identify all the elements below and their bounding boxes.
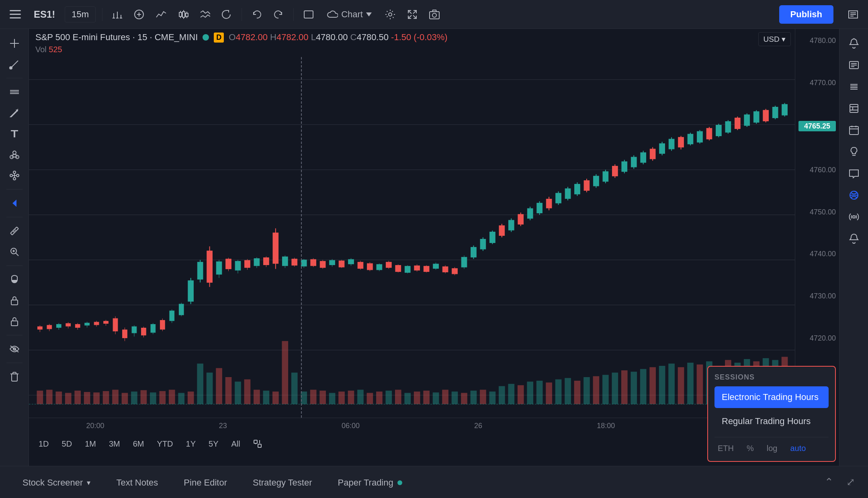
svg-rect-295 bbox=[584, 181, 590, 191]
horizontal-line-button[interactable] bbox=[5, 82, 24, 102]
svg-point-50 bbox=[16, 174, 19, 177]
svg-rect-261 bbox=[424, 266, 429, 271]
compare-button[interactable] bbox=[109, 6, 126, 23]
snapshot-button[interactable] bbox=[426, 6, 443, 23]
pine-editor-tab[interactable]: Pine Editor bbox=[171, 466, 240, 498]
svg-rect-227 bbox=[264, 258, 269, 265]
svg-rect-337 bbox=[782, 104, 788, 115]
publish-button[interactable]: Publish bbox=[779, 5, 833, 24]
svg-rect-255 bbox=[395, 265, 401, 272]
cloud-chart-button[interactable]: Chart bbox=[322, 6, 377, 23]
svg-rect-279 bbox=[508, 220, 514, 230]
paper-trading-tab[interactable]: Paper Trading bbox=[325, 466, 415, 498]
text-tool-button[interactable] bbox=[5, 124, 24, 143]
compare-periods-button[interactable] bbox=[250, 436, 265, 451]
1y-button[interactable]: 1Y bbox=[183, 438, 199, 450]
percent-button[interactable]: % bbox=[743, 442, 757, 455]
bar-style-button[interactable] bbox=[175, 6, 192, 23]
expand-panel-button[interactable]: ⤢ bbox=[843, 473, 858, 492]
indicators-button[interactable] bbox=[152, 6, 170, 23]
ruler-button[interactable] bbox=[5, 221, 24, 241]
collapse-button[interactable]: ⌃ bbox=[821, 473, 837, 492]
line-tool-button[interactable] bbox=[5, 55, 24, 74]
symbol-button[interactable]: ES1! bbox=[29, 6, 60, 23]
zoom-button[interactable] bbox=[5, 242, 24, 261]
6m-button[interactable]: 6M bbox=[130, 438, 147, 450]
svg-rect-307 bbox=[641, 153, 646, 163]
notification-bell[interactable] bbox=[844, 229, 864, 248]
svg-rect-321 bbox=[706, 128, 712, 139]
stock-screener-tab[interactable]: Stock Screener ▾ bbox=[10, 466, 103, 498]
regular-trading-hours-item[interactable]: Regular Trading Hours bbox=[714, 410, 829, 432]
divider-2 bbox=[242, 8, 242, 21]
svg-rect-291 bbox=[565, 189, 571, 199]
svg-rect-128 bbox=[329, 393, 336, 404]
pattern-tool-button[interactable] bbox=[5, 166, 24, 185]
sessions-button[interactable] bbox=[844, 186, 864, 205]
expand-button[interactable] bbox=[404, 6, 421, 23]
text-notes-tab[interactable]: Text Notes bbox=[103, 466, 171, 498]
log-button[interactable]: log bbox=[764, 442, 781, 455]
unlock-button[interactable] bbox=[5, 312, 24, 331]
ytd-button[interactable]: YTD bbox=[154, 438, 176, 450]
svg-rect-207 bbox=[170, 311, 174, 321]
svg-rect-143 bbox=[471, 391, 477, 404]
svg-rect-120 bbox=[282, 341, 288, 404]
svg-rect-21 bbox=[304, 11, 313, 18]
shape-tool-button[interactable] bbox=[5, 145, 24, 164]
svg-rect-147 bbox=[508, 384, 514, 404]
svg-rect-163 bbox=[659, 366, 665, 404]
news-button[interactable] bbox=[844, 55, 864, 75]
svg-rect-313 bbox=[669, 139, 674, 149]
magnet-button[interactable] bbox=[5, 270, 24, 289]
svg-rect-289 bbox=[556, 193, 561, 203]
undo-button[interactable] bbox=[248, 6, 265, 23]
menu-button[interactable] bbox=[6, 7, 24, 22]
electronic-trading-hours-item[interactable]: Electronic Trading Hours bbox=[714, 386, 829, 408]
svg-line-25 bbox=[408, 15, 411, 18]
indicator-templates-button[interactable] bbox=[197, 6, 213, 23]
timeframe-button[interactable]: 15m bbox=[65, 6, 96, 22]
svg-line-26 bbox=[413, 15, 416, 18]
1d-button[interactable]: 1D bbox=[35, 438, 52, 450]
svg-rect-124 bbox=[272, 392, 279, 404]
trash-button[interactable] bbox=[5, 367, 24, 386]
ideas-button[interactable] bbox=[844, 142, 864, 161]
lock-button[interactable] bbox=[5, 291, 24, 310]
auto-button[interactable]: auto bbox=[787, 442, 809, 455]
sidebar-div-4 bbox=[6, 265, 23, 266]
fullscreen-toggle[interactable] bbox=[300, 6, 317, 23]
add-indicator-button[interactable] bbox=[131, 6, 147, 23]
5d-button[interactable]: 5D bbox=[59, 438, 76, 450]
broadcast-button[interactable] bbox=[844, 207, 864, 227]
pencil-button[interactable] bbox=[5, 103, 24, 122]
currency-button[interactable]: USD ▾ bbox=[758, 32, 791, 46]
chat-button[interactable] bbox=[844, 164, 864, 183]
crosshair-button[interactable] bbox=[5, 34, 24, 53]
svg-rect-335 bbox=[772, 107, 778, 118]
svg-rect-293 bbox=[575, 184, 580, 194]
watchlist-button[interactable] bbox=[845, 6, 862, 23]
all-button[interactable]: All bbox=[228, 438, 243, 450]
settings-button[interactable] bbox=[381, 6, 399, 23]
back-button[interactable] bbox=[5, 194, 24, 213]
3m-button[interactable]: 3M bbox=[106, 438, 123, 450]
1m-button[interactable]: 1M bbox=[82, 438, 99, 450]
svg-rect-166 bbox=[687, 363, 694, 404]
strategy-tester-tab[interactable]: Strategy Tester bbox=[240, 466, 325, 498]
svg-rect-112 bbox=[178, 393, 184, 404]
5y-button[interactable]: 5Y bbox=[205, 438, 221, 450]
datawindow-button[interactable] bbox=[844, 99, 864, 118]
orderbook-button[interactable] bbox=[844, 77, 864, 96]
eye-button[interactable] bbox=[5, 339, 24, 359]
sidebar-div-3 bbox=[6, 217, 23, 217]
redo-button[interactable] bbox=[270, 6, 287, 23]
eth-button[interactable]: ETH bbox=[714, 442, 737, 455]
svg-rect-129 bbox=[338, 392, 345, 404]
alerts-button[interactable] bbox=[844, 34, 864, 53]
replay-button[interactable] bbox=[218, 6, 235, 23]
calendar-button[interactable] bbox=[844, 120, 864, 140]
svg-rect-215 bbox=[207, 251, 213, 283]
svg-rect-331 bbox=[753, 112, 759, 122]
svg-rect-305 bbox=[631, 157, 637, 167]
